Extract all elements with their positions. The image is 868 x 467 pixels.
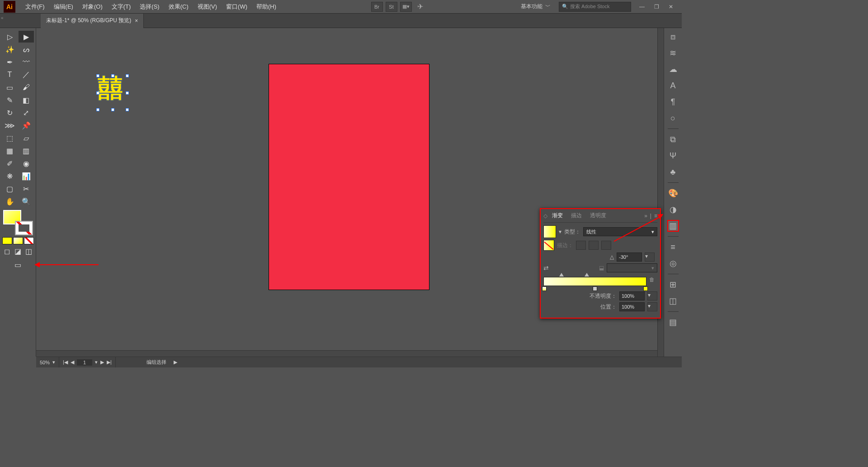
stroke-align-1[interactable] <box>576 241 586 250</box>
column-graph-tool[interactable]: 📊 <box>19 170 34 182</box>
stroke-panel-icon[interactable]: ≡ <box>667 241 679 253</box>
draw-behind[interactable]: ◪ <box>13 247 23 255</box>
window-restore[interactable]: ❐ <box>651 3 662 10</box>
delete-stop-icon[interactable]: 🗑 <box>649 276 657 285</box>
tab-gradient[interactable]: 渐变 <box>548 211 566 220</box>
free-transform-tool[interactable]: 📌 <box>19 119 34 131</box>
blend-tool[interactable]: ◉ <box>19 157 34 169</box>
status-tri[interactable]: ▶ <box>174 359 177 365</box>
gradient-slider[interactable] <box>543 277 646 286</box>
transparency-icon[interactable]: ◎ <box>667 257 679 269</box>
nav-first[interactable]: |◀ <box>63 359 68 365</box>
gpu-icon[interactable]: ✈ <box>415 2 426 12</box>
gradient-stroke-thumb[interactable] <box>543 240 554 251</box>
menu-file[interactable]: 文件(F) <box>21 1 49 13</box>
shaper-tool[interactable]: ✎ <box>2 94 18 106</box>
paragraph-icon[interactable]: ¶ <box>667 96 679 108</box>
document-tab[interactable]: 未标题-1* @ 50% (RGB/GPU 预览) × <box>41 14 144 28</box>
align-icon[interactable]: ⊞ <box>667 279 679 291</box>
paintbrush-tool[interactable]: 🖌 <box>19 81 34 93</box>
admin-icon[interactable]: ▤ <box>667 316 679 328</box>
perspective-grid-tool[interactable]: ▱ <box>19 132 34 144</box>
menu-object[interactable]: 对象(O) <box>78 1 107 13</box>
window-minimize[interactable]: — <box>637 3 647 10</box>
color-mode-none[interactable] <box>24 237 34 244</box>
hand-tool[interactable]: ✋ <box>2 195 18 207</box>
panel-menu-icon[interactable]: ≡ <box>654 213 657 219</box>
position-dropdown[interactable]: ▾ <box>647 302 657 311</box>
draw-inside[interactable]: ◫ <box>24 247 34 255</box>
angle-dropdown[interactable]: ▾ <box>645 253 655 262</box>
layers-icon[interactable]: ≋ <box>667 47 679 59</box>
brushes-icon[interactable]: Ψ <box>667 150 679 162</box>
close-icon[interactable]: × <box>135 18 138 24</box>
zoom-tool[interactable]: 🔍 <box>19 195 34 207</box>
symbols-icon[interactable]: ♣ <box>667 166 679 178</box>
window-close[interactable]: ✕ <box>665 3 676 10</box>
3d-icon[interactable]: ⧈ <box>667 31 679 43</box>
line-segment-tool[interactable]: ／ <box>19 69 34 81</box>
eyedropper-tool[interactable]: ✐ <box>2 157 18 169</box>
left-dock-toggle[interactable]: « <box>1 15 4 20</box>
artboard-number[interactable]: 1 <box>77 359 92 366</box>
scale-tool[interactable]: ⤢ <box>19 107 34 119</box>
menu-type[interactable]: 文字(T) <box>107 1 136 13</box>
color-mode-gradient[interactable] <box>13 237 23 244</box>
nav-last[interactable]: ▶| <box>107 359 112 365</box>
rotate-tool[interactable]: ↻ <box>2 107 18 119</box>
menu-help[interactable]: 帮助(H) <box>252 1 281 13</box>
eraser-tool[interactable]: ◧ <box>19 94 34 106</box>
arrange-docs-icon[interactable]: ▦▾ <box>400 2 412 12</box>
screen-mode[interactable]: ▭ <box>10 259 26 271</box>
panel-collapse-icon[interactable]: » <box>644 213 647 219</box>
width-tool[interactable]: ⋙ <box>2 119 18 131</box>
tab-transparency[interactable]: 透明度 <box>586 211 610 220</box>
stop-opacity-input[interactable]: 100% <box>619 291 645 300</box>
horizontal-scrollbar[interactable] <box>36 350 657 357</box>
gradient-type-select[interactable]: 线性▾ <box>583 227 657 236</box>
curvature-tool[interactable]: 〰 <box>19 56 34 68</box>
menu-window[interactable]: 窗口(W) <box>222 1 252 13</box>
bridge-icon[interactable]: Br <box>371 2 383 12</box>
menu-view[interactable]: 视图(V) <box>193 1 222 13</box>
color-icon[interactable]: ◑ <box>667 204 679 215</box>
zoom-level[interactable]: 50%▾ <box>36 357 59 368</box>
fill-stroke-swatch[interactable] <box>2 210 34 235</box>
color-mode-solid[interactable] <box>2 237 12 244</box>
gradient-tool[interactable]: ▥ <box>19 145 34 157</box>
direct-selection-tool[interactable]: ▶ <box>19 31 34 43</box>
gradient-panel-icon[interactable]: ▥ <box>667 220 679 232</box>
stroke-swatch[interactable] <box>15 221 33 235</box>
tab-stroke[interactable]: 描边 <box>567 211 585 220</box>
stroke-align-3[interactable] <box>601 241 611 250</box>
menu-effect[interactable]: 效果(C) <box>164 1 193 13</box>
swatches-icon[interactable]: 🎨 <box>667 187 679 199</box>
shape-builder-tool[interactable]: ⬚ <box>2 132 18 144</box>
character-icon[interactable]: A <box>667 80 679 91</box>
pen-tool[interactable]: ✒ <box>2 56 18 68</box>
stroke-align-2[interactable] <box>589 241 599 250</box>
libraries-icon[interactable]: ☁ <box>667 63 679 75</box>
stock-icon[interactable]: St <box>386 2 397 12</box>
selection-tool[interactable]: ▷ <box>2 31 18 43</box>
lasso-tool[interactable]: ᔕ <box>19 43 34 55</box>
selected-object[interactable]: 囍 <box>98 76 127 110</box>
pathfinder-icon[interactable]: ◫ <box>667 295 679 307</box>
magic-wand-tool[interactable]: ✨ <box>2 43 18 55</box>
nav-next[interactable]: ▶ <box>100 359 104 365</box>
rectangle-tool[interactable]: ▭ <box>2 81 18 93</box>
draw-normal[interactable]: ◻ <box>2 247 12 255</box>
mesh-tool[interactable]: ▦ <box>2 145 18 157</box>
menu-select[interactable]: 选择(S) <box>135 1 164 13</box>
opentype-icon[interactable]: ○ <box>667 112 679 124</box>
menu-edit[interactable]: 编辑(E) <box>49 1 78 13</box>
gradient-fill-thumb[interactable] <box>543 225 556 238</box>
workspace-switcher[interactable]: 基本功能 ﹀ <box>516 1 555 12</box>
reverse-gradient-icon[interactable]: ⇄ <box>543 264 549 272</box>
opacity-dropdown[interactable]: ▾ <box>647 291 657 300</box>
stop-position-input[interactable]: 100% <box>619 302 645 311</box>
search-stock-input[interactable]: 🔍 搜索 Adobe Stock <box>559 2 631 12</box>
type-tool[interactable]: T <box>2 69 18 81</box>
gradient-angle-input[interactable]: -30° <box>617 253 642 262</box>
symbol-sprayer-tool[interactable]: ❋ <box>2 170 18 182</box>
